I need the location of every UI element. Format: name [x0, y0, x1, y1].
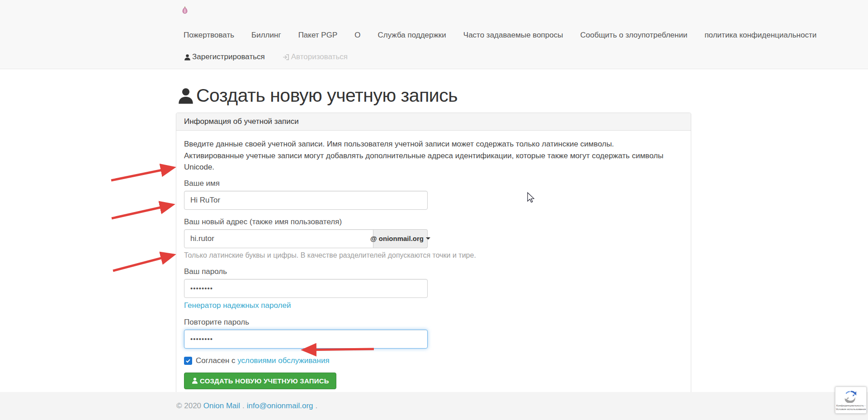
nav-item-about[interactable]: О — [346, 28, 369, 42]
login-label: Авторизоваться — [291, 52, 348, 61]
recaptcha-line1: Конфиденциальность - — [836, 404, 866, 407]
annotation-arrow — [112, 205, 172, 218]
recaptcha-badge[interactable]: Конфиденциальность - Условия использован… — [835, 387, 867, 414]
footer-site-link[interactable]: Onion Mail — [203, 401, 240, 411]
page-title: Создать новую учетную запись — [176, 85, 458, 106]
nav-item-support[interactable]: Служба поддержки — [369, 28, 454, 42]
create-account-label: СОЗДАТЬ НОВУЮ УЧЕТНУЮ ЗАПИСЬ — [200, 377, 329, 385]
address-label: Ваш новый адрес (также имя пользователя) — [184, 217, 683, 227]
nav-item-donate[interactable]: Пожертвовать — [175, 28, 243, 42]
nav-item-report-abuse[interactable]: Сообщить о злоупотреблении — [571, 28, 696, 42]
copyright-text: © 2020 — [176, 401, 201, 411]
navbar: Пожертвовать Биллинг Пакет PGP О Служба … — [0, 0, 868, 69]
confirm-password-label: Повторите пароль — [184, 318, 683, 327]
confirm-password-group: Повторите пароль — [184, 318, 683, 349]
annotation-arrow — [113, 255, 173, 271]
person-icon — [184, 53, 191, 61]
register-label: Зарегистрироваться — [192, 52, 265, 61]
person-icon — [176, 86, 195, 105]
nav-auth-row: Зарегистрироваться Авторизоваться — [175, 50, 356, 64]
nav-item-privacy-policy[interactable]: политика конфиденциальности — [696, 28, 825, 42]
intro-text: Введите данные своей учетной записи. Имя… — [184, 138, 668, 173]
page-title-text: Создать новую учетную запись — [196, 85, 458, 106]
create-account-button[interactable]: СОЗДАТЬ НОВУЮ УЧЕТНУЮ ЗАПИСЬ — [184, 373, 336, 389]
onion-logo-icon[interactable] — [180, 5, 190, 15]
name-label: Ваше имя — [184, 179, 683, 188]
confirm-password-input[interactable] — [184, 330, 428, 349]
name-input[interactable] — [184, 191, 428, 210]
nav-item-billing[interactable]: Биллинг — [243, 28, 290, 42]
terms-text: Согласен с — [196, 356, 236, 365]
nav-menu: Пожертвовать Биллинг Пакет PGP О Служба … — [175, 28, 825, 42]
address-hint: Только латинские буквы и цифры. В качест… — [184, 251, 683, 260]
sign-in-icon — [282, 53, 290, 61]
recaptcha-line2: Условия использования — [836, 407, 866, 411]
account-info-panel: Информация об учетной записи Введите дан… — [176, 113, 691, 400]
password-label: Ваш пароль — [184, 267, 683, 276]
terms-link[interactable]: условиями обслуживания — [237, 356, 329, 365]
nav-item-register[interactable]: Зарегистрироваться — [175, 50, 274, 64]
check-icon — [185, 358, 191, 363]
password-group: Ваш пароль Генератор надежных паролей — [184, 267, 683, 310]
domain-dropdown[interactable]: @ onionmail.org — [373, 229, 428, 248]
footer-email-link[interactable]: info@onionmail.org — [247, 401, 313, 411]
footer-separator: . — [242, 401, 245, 411]
panel-body: Введите данные своей учетной записи. Имя… — [176, 131, 691, 399]
recaptcha-privacy-text: Конфиденциальность - Условия использован… — [836, 404, 866, 411]
password-generator-link[interactable]: Генератор надежных паролей — [184, 301, 291, 310]
password-input[interactable] — [184, 279, 428, 298]
terms-row: Согласен с условиями обслуживания — [184, 356, 683, 365]
nav-item-pgp[interactable]: Пакет PGP — [290, 28, 346, 42]
name-group: Ваше имя — [184, 179, 683, 210]
footer: © 2020 Onion Mail . info@onionmail.org . — [0, 392, 868, 420]
panel-header: Информация об учетной записи — [176, 113, 691, 131]
recaptcha-icon — [844, 389, 858, 403]
nav-item-login[interactable]: Авторизоваться — [274, 50, 356, 64]
address-group: Ваш новый адрес (также имя пользователя)… — [184, 217, 683, 260]
nav-item-faq[interactable]: Часто задаваемые вопросы — [455, 28, 572, 42]
chevron-down-icon — [426, 237, 430, 240]
terms-checkbox[interactable] — [184, 357, 192, 365]
annotation-arrow — [111, 168, 173, 180]
address-input[interactable] — [184, 229, 373, 248]
person-icon — [191, 377, 198, 384]
footer-separator: . — [316, 401, 318, 411]
domain-label: @ onionmail.org — [370, 235, 424, 242]
